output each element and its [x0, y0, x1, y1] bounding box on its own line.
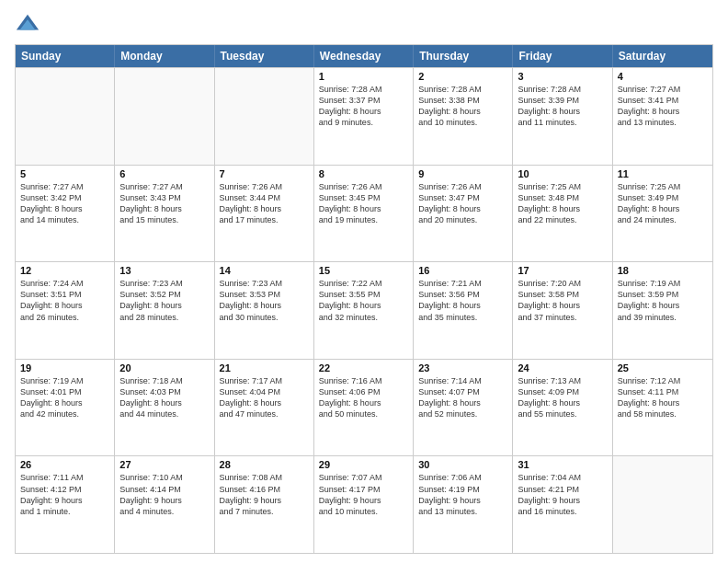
- day-number: 7: [220, 168, 309, 179]
- cal-cell: 5Sunrise: 7:27 AM Sunset: 3:42 PM Daylig…: [16, 166, 115, 262]
- cell-daylight-info: Sunrise: 7:23 AM Sunset: 3:53 PM Dayligh…: [220, 278, 309, 323]
- cell-daylight-info: Sunrise: 7:17 AM Sunset: 4:04 PM Dayligh…: [220, 375, 309, 420]
- day-number: 29: [319, 459, 408, 470]
- cal-cell: 4Sunrise: 7:27 AM Sunset: 3:41 PM Daylig…: [613, 68, 712, 165]
- header-day-tuesday: Tuesday: [215, 45, 314, 67]
- day-number: 11: [618, 168, 708, 179]
- cell-daylight-info: Sunrise: 7:07 AM Sunset: 4:17 PM Dayligh…: [319, 472, 408, 517]
- header-day-sunday: Sunday: [16, 45, 115, 67]
- calendar-header: SundayMondayTuesdayWednesdayThursdayFrid…: [16, 45, 712, 67]
- cell-daylight-info: Sunrise: 7:12 AM Sunset: 4:11 PM Dayligh…: [618, 375, 708, 420]
- cal-cell: 19Sunrise: 7:19 AM Sunset: 4:01 PM Dayli…: [16, 360, 115, 456]
- cal-cell: 28Sunrise: 7:08 AM Sunset: 4:16 PM Dayli…: [215, 456, 314, 553]
- cal-cell: 20Sunrise: 7:18 AM Sunset: 4:03 PM Dayli…: [115, 360, 214, 456]
- cell-daylight-info: Sunrise: 7:27 AM Sunset: 3:42 PM Dayligh…: [20, 181, 109, 226]
- cell-daylight-info: Sunrise: 7:19 AM Sunset: 4:01 PM Dayligh…: [20, 375, 109, 420]
- cal-cell: 9Sunrise: 7:26 AM Sunset: 3:47 PM Daylig…: [414, 166, 513, 262]
- cal-cell: 17Sunrise: 7:20 AM Sunset: 3:58 PM Dayli…: [513, 262, 612, 359]
- cal-cell: 6Sunrise: 7:27 AM Sunset: 3:43 PM Daylig…: [115, 166, 214, 262]
- cal-cell: 13Sunrise: 7:23 AM Sunset: 3:52 PM Dayli…: [115, 262, 214, 359]
- day-number: 19: [20, 362, 109, 373]
- logo-icon: [15, 11, 40, 37]
- cal-cell: 26Sunrise: 7:11 AM Sunset: 4:12 PM Dayli…: [16, 456, 115, 553]
- day-number: 12: [20, 265, 109, 276]
- day-number: 28: [220, 459, 309, 470]
- day-number: 16: [418, 265, 507, 276]
- cell-daylight-info: Sunrise: 7:27 AM Sunset: 3:43 PM Dayligh…: [119, 181, 209, 226]
- cell-daylight-info: Sunrise: 7:06 AM Sunset: 4:19 PM Dayligh…: [418, 472, 507, 517]
- cell-daylight-info: Sunrise: 7:25 AM Sunset: 3:49 PM Dayligh…: [618, 181, 708, 226]
- cell-daylight-info: Sunrise: 7:28 AM Sunset: 3:37 PM Dayligh…: [319, 84, 408, 129]
- cell-daylight-info: Sunrise: 7:26 AM Sunset: 3:45 PM Dayligh…: [319, 181, 408, 226]
- week-row-4: 19Sunrise: 7:19 AM Sunset: 4:01 PM Dayli…: [16, 359, 712, 456]
- cal-cell: 8Sunrise: 7:26 AM Sunset: 3:45 PM Daylig…: [314, 166, 414, 262]
- cal-cell: 18Sunrise: 7:19 AM Sunset: 3:59 PM Dayli…: [613, 262, 712, 359]
- day-number: 1: [319, 71, 408, 82]
- day-number: 6: [119, 168, 209, 179]
- cal-cell: 31Sunrise: 7:04 AM Sunset: 4:21 PM Dayli…: [513, 456, 612, 553]
- day-number: 14: [220, 265, 309, 276]
- week-row-2: 5Sunrise: 7:27 AM Sunset: 3:42 PM Daylig…: [16, 165, 712, 262]
- day-number: 13: [119, 265, 209, 276]
- cal-cell: 10Sunrise: 7:25 AM Sunset: 3:48 PM Dayli…: [513, 166, 612, 262]
- calendar: SundayMondayTuesdayWednesdayThursdayFrid…: [15, 44, 713, 554]
- day-number: 10: [518, 168, 607, 179]
- cal-cell: [115, 68, 214, 165]
- day-number: 18: [618, 265, 708, 276]
- cal-cell: 11Sunrise: 7:25 AM Sunset: 3:49 PM Dayli…: [613, 166, 712, 262]
- cal-cell: 14Sunrise: 7:23 AM Sunset: 3:53 PM Dayli…: [215, 262, 314, 359]
- day-number: 4: [618, 71, 708, 82]
- week-row-5: 26Sunrise: 7:11 AM Sunset: 4:12 PM Dayli…: [16, 455, 712, 553]
- day-number: 15: [319, 265, 408, 276]
- cell-daylight-info: Sunrise: 7:16 AM Sunset: 4:06 PM Dayligh…: [319, 375, 408, 420]
- day-number: 9: [418, 168, 507, 179]
- week-row-1: 1Sunrise: 7:28 AM Sunset: 3:37 PM Daylig…: [16, 67, 712, 165]
- day-number: 24: [518, 362, 607, 373]
- cal-cell: 3Sunrise: 7:28 AM Sunset: 3:39 PM Daylig…: [513, 68, 612, 165]
- header-day-saturday: Saturday: [613, 45, 712, 67]
- cell-daylight-info: Sunrise: 7:08 AM Sunset: 4:16 PM Dayligh…: [220, 472, 309, 517]
- header: [15, 11, 713, 37]
- cell-daylight-info: Sunrise: 7:26 AM Sunset: 3:44 PM Dayligh…: [220, 181, 309, 226]
- cal-cell: 15Sunrise: 7:22 AM Sunset: 3:55 PM Dayli…: [314, 262, 414, 359]
- day-number: 17: [518, 265, 607, 276]
- day-number: 21: [220, 362, 309, 373]
- cell-daylight-info: Sunrise: 7:28 AM Sunset: 3:39 PM Dayligh…: [518, 84, 607, 129]
- cell-daylight-info: Sunrise: 7:10 AM Sunset: 4:14 PM Dayligh…: [119, 472, 209, 517]
- cal-cell: 16Sunrise: 7:21 AM Sunset: 3:56 PM Dayli…: [414, 262, 513, 359]
- cell-daylight-info: Sunrise: 7:21 AM Sunset: 3:56 PM Dayligh…: [418, 278, 507, 323]
- cell-daylight-info: Sunrise: 7:04 AM Sunset: 4:21 PM Dayligh…: [518, 472, 607, 517]
- cal-cell: 1Sunrise: 7:28 AM Sunset: 3:37 PM Daylig…: [314, 68, 414, 165]
- header-day-friday: Friday: [513, 45, 612, 67]
- cell-daylight-info: Sunrise: 7:20 AM Sunset: 3:58 PM Dayligh…: [518, 278, 607, 323]
- cal-cell: 25Sunrise: 7:12 AM Sunset: 4:11 PM Dayli…: [613, 360, 712, 456]
- week-row-3: 12Sunrise: 7:24 AM Sunset: 3:51 PM Dayli…: [16, 261, 712, 359]
- cell-daylight-info: Sunrise: 7:18 AM Sunset: 4:03 PM Dayligh…: [119, 375, 209, 420]
- cal-cell: 22Sunrise: 7:16 AM Sunset: 4:06 PM Dayli…: [314, 360, 414, 456]
- cal-cell: [613, 456, 712, 553]
- cal-cell: 12Sunrise: 7:24 AM Sunset: 3:51 PM Dayli…: [16, 262, 115, 359]
- cal-cell: [16, 68, 115, 165]
- cell-daylight-info: Sunrise: 7:13 AM Sunset: 4:09 PM Dayligh…: [518, 375, 607, 420]
- cal-cell: 27Sunrise: 7:10 AM Sunset: 4:14 PM Dayli…: [115, 456, 214, 553]
- cal-cell: 21Sunrise: 7:17 AM Sunset: 4:04 PM Dayli…: [215, 360, 314, 456]
- logo: [15, 11, 44, 37]
- day-number: 2: [418, 71, 507, 82]
- cal-cell: 7Sunrise: 7:26 AM Sunset: 3:44 PM Daylig…: [215, 166, 314, 262]
- day-number: 25: [618, 362, 708, 373]
- cell-daylight-info: Sunrise: 7:26 AM Sunset: 3:47 PM Dayligh…: [418, 181, 507, 226]
- day-number: 31: [518, 459, 607, 470]
- cal-cell: 2Sunrise: 7:28 AM Sunset: 3:38 PM Daylig…: [414, 68, 513, 165]
- cell-daylight-info: Sunrise: 7:19 AM Sunset: 3:59 PM Dayligh…: [618, 278, 708, 323]
- header-day-thursday: Thursday: [414, 45, 513, 67]
- cell-daylight-info: Sunrise: 7:23 AM Sunset: 3:52 PM Dayligh…: [119, 278, 209, 323]
- cell-daylight-info: Sunrise: 7:24 AM Sunset: 3:51 PM Dayligh…: [20, 278, 109, 323]
- day-number: 22: [319, 362, 408, 373]
- cell-daylight-info: Sunrise: 7:25 AM Sunset: 3:48 PM Dayligh…: [518, 181, 607, 226]
- cal-cell: 24Sunrise: 7:13 AM Sunset: 4:09 PM Dayli…: [513, 360, 612, 456]
- cell-daylight-info: Sunrise: 7:11 AM Sunset: 4:12 PM Dayligh…: [20, 472, 109, 517]
- cell-daylight-info: Sunrise: 7:14 AM Sunset: 4:07 PM Dayligh…: [418, 375, 507, 420]
- day-number: 3: [518, 71, 607, 82]
- day-number: 27: [119, 459, 209, 470]
- header-day-wednesday: Wednesday: [314, 45, 414, 67]
